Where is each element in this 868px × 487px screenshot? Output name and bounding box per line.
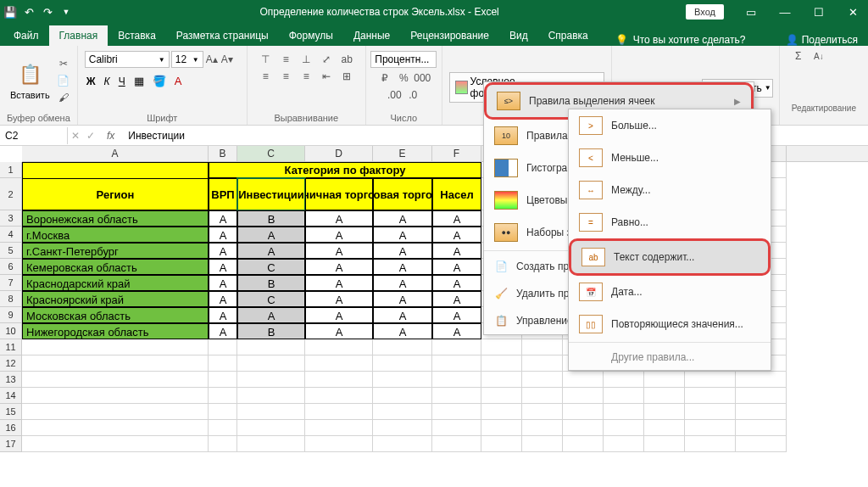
cf-between[interactable]: ↔ Между...	[569, 174, 771, 206]
cf-duplicate-values[interactable]: ▯▯ Повторяющиеся значения...	[569, 308, 771, 340]
fx-icon[interactable]: fx	[98, 130, 123, 142]
table-cell[interactable]: A	[305, 323, 373, 339]
align-left-icon[interactable]: ≡	[259, 70, 272, 83]
empty-cell[interactable]	[432, 372, 481, 388]
empty-cell[interactable]	[522, 404, 563, 420]
currency-icon[interactable]: ₽	[378, 71, 392, 85]
empty-cell[interactable]	[432, 404, 481, 420]
cf-equal-to[interactable]: = Равно...	[569, 206, 771, 238]
table-cell[interactable]: A	[209, 291, 237, 307]
empty-cell[interactable]	[522, 339, 563, 355]
empty-cell[interactable]	[736, 420, 787, 436]
row-header[interactable]: 8	[0, 291, 22, 307]
empty-cell[interactable]	[373, 339, 432, 355]
wrap-text-icon[interactable]: ab	[340, 53, 353, 66]
table-cell[interactable]: A	[209, 259, 237, 275]
share-button[interactable]: 👤 Поделиться	[786, 34, 858, 46]
empty-cell[interactable]	[209, 420, 237, 436]
orientation-icon[interactable]: ⤢	[320, 53, 333, 66]
empty-cell[interactable]	[522, 436, 563, 452]
row-header[interactable]: 13	[0, 372, 22, 388]
table-cell[interactable]: A	[432, 307, 481, 323]
format-painter-icon[interactable]: 🖌	[57, 91, 70, 104]
empty-cell[interactable]	[209, 404, 237, 420]
table-cell[interactable]: A	[373, 259, 432, 275]
align-top-icon[interactable]: ⊤	[259, 53, 272, 66]
table-cell[interactable]: A	[432, 227, 481, 243]
empty-cell[interactable]	[305, 372, 373, 388]
table-cell[interactable]: B	[237, 275, 305, 291]
empty-cell[interactable]	[237, 420, 305, 436]
table-cell[interactable]: г.Москва	[22, 227, 209, 243]
empty-cell[interactable]	[563, 372, 604, 388]
empty-cell[interactable]	[481, 372, 522, 388]
empty-cell[interactable]	[644, 436, 685, 452]
align-bottom-icon[interactable]: ⊥	[299, 53, 313, 66]
tab-review[interactable]: Рецензирование	[400, 25, 499, 46]
table-cell[interactable]: A	[305, 227, 373, 243]
table-cell[interactable]: A	[209, 323, 237, 339]
table-cell[interactable]: A	[373, 307, 432, 323]
empty-cell[interactable]	[305, 339, 373, 355]
empty-cell[interactable]	[432, 355, 481, 372]
empty-cell[interactable]	[432, 388, 481, 404]
shrink-font-icon[interactable]: A▾	[220, 53, 234, 66]
empty-cell[interactable]	[373, 420, 432, 436]
row-header[interactable]: 1	[0, 162, 22, 178]
table-cell[interactable]: Красноярский край	[22, 291, 209, 307]
table-cell[interactable]: A	[432, 210, 481, 227]
cf-text-contains[interactable]: ab Текст содержит...	[569, 238, 771, 276]
table-cell[interactable]: Краснодарский край	[22, 275, 209, 291]
table-cell[interactable]: B	[237, 323, 305, 339]
empty-cell[interactable]	[736, 372, 787, 388]
table-cell[interactable]: A	[432, 291, 481, 307]
empty-cell[interactable]	[481, 404, 522, 420]
tell-me-search[interactable]: 💡 Что вы хотите сделать?	[615, 34, 746, 46]
table-cell[interactable]: A	[209, 307, 237, 323]
empty-cell[interactable]	[373, 355, 432, 372]
table-cell[interactable]: A	[305, 259, 373, 275]
table-cell[interactable]: A	[209, 227, 237, 243]
table-cell[interactable]: A	[209, 210, 237, 227]
empty-cell[interactable]	[736, 436, 787, 452]
bold-button[interactable]: Ж	[85, 74, 97, 88]
empty-cell[interactable]	[432, 420, 481, 436]
empty-cell[interactable]	[604, 436, 644, 452]
empty-cell[interactable]	[522, 355, 563, 372]
row-header[interactable]: 10	[0, 323, 22, 339]
tab-formulas[interactable]: Формулы	[279, 25, 343, 46]
decrease-decimal-icon[interactable]: .0	[406, 88, 420, 102]
empty-cell[interactable]	[685, 436, 736, 452]
tab-help[interactable]: Справка	[538, 25, 598, 46]
empty-cell[interactable]	[432, 436, 481, 452]
accept-formula-icon[interactable]: ✓	[83, 130, 98, 142]
table-cell[interactable]: A	[373, 291, 432, 307]
empty-cell[interactable]	[522, 420, 563, 436]
row-header[interactable]: 2	[0, 178, 22, 210]
table-cell[interactable]: Нижегородская область	[22, 323, 209, 339]
empty-cell[interactable]	[685, 404, 736, 420]
empty-cell[interactable]	[563, 404, 604, 420]
font-size-select[interactable]: 12▼	[171, 51, 203, 68]
row-header[interactable]: 11	[0, 339, 22, 355]
empty-cell[interactable]	[644, 420, 685, 436]
empty-cell[interactable]	[736, 388, 787, 404]
row-header[interactable]: 15	[0, 404, 22, 420]
cf-less-than[interactable]: < Меньше...	[569, 142, 771, 174]
empty-cell[interactable]	[685, 372, 736, 388]
table-cell[interactable]: C	[237, 291, 305, 307]
redo-icon[interactable]: ↷	[41, 5, 54, 19]
increase-decimal-icon[interactable]: .00	[387, 88, 401, 102]
empty-cell[interactable]	[22, 436, 209, 452]
table-cell[interactable]: Московская область	[22, 307, 209, 323]
cut-icon[interactable]: ✂	[57, 57, 70, 70]
empty-cell[interactable]	[237, 339, 305, 355]
italic-button[interactable]: К	[103, 74, 112, 88]
table-cell[interactable]: г.Санкт-Петербург	[22, 243, 209, 259]
col-header[interactable]: A	[22, 146, 209, 161]
tab-layout[interactable]: Разметка страницы	[166, 25, 279, 46]
table-cell[interactable]: A	[237, 307, 305, 323]
table-cell[interactable]: Воронежская область	[22, 210, 209, 227]
cf-greater-than[interactable]: > Больше...	[569, 109, 771, 142]
empty-cell[interactable]	[481, 355, 522, 372]
